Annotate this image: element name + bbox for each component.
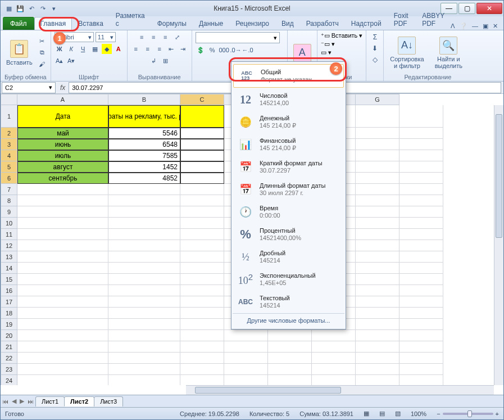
bold-button[interactable]: Ж [55,44,65,54]
cell[interactable] [356,150,399,161]
cell[interactable] [108,308,180,319]
row-header[interactable]: 11 [1,229,17,240]
cell[interactable] [399,296,443,308]
column-header[interactable]: B [108,94,180,105]
wrap-text-icon[interactable]: ↲ [148,56,158,66]
cell[interactable] [312,330,356,341]
cell[interactable] [356,341,399,353]
align-right-icon[interactable]: ≡ [155,44,165,54]
row-header[interactable]: 5 [1,161,17,173]
cell[interactable]: май [17,128,108,139]
doc-close-icon[interactable]: ✕ [493,22,498,30]
cell[interactable]: август [17,161,108,173]
column-header[interactable]: A [17,94,108,105]
row-header[interactable]: 13 [1,251,17,263]
vertical-scrollbar[interactable] [494,105,503,385]
cell[interactable] [180,206,224,218]
row-header[interactable]: 21 [1,341,17,353]
doc-min-icon[interactable]: — [472,22,478,30]
doc-restore-icon[interactable]: ▣ [483,22,488,30]
redo-icon[interactable]: ↷ [38,3,48,13]
column-header[interactable]: C [180,94,224,105]
select-all-corner[interactable] [1,94,17,105]
cell[interactable] [108,195,180,206]
column-header[interactable]: G [356,94,399,105]
delete-cells-button[interactable]: ⁻▭ ▾ [321,40,335,48]
cell[interactable] [268,341,312,353]
row-header[interactable]: 17 [1,296,17,308]
cell[interactable] [108,251,180,263]
cell[interactable] [399,353,443,364]
zoom-slider[interactable]: − + [437,410,499,417]
comma-format-icon[interactable]: 000 [219,45,229,55]
format-option[interactable]: 102Экспоненциальный1,45E+05 [233,268,344,291]
cell[interactable] [356,296,399,308]
cell[interactable] [17,375,108,385]
cell[interactable] [108,184,180,195]
cell[interactable] [108,274,180,285]
cell[interactable] [180,161,224,173]
cell[interactable] [399,285,443,296]
cell[interactable] [399,218,443,229]
cell[interactable] [180,229,224,240]
cell[interactable] [356,240,399,251]
cell[interactable] [108,341,180,353]
align-bottom-icon[interactable]: ≡ [160,32,170,42]
cell[interactable] [356,375,399,385]
cell[interactable] [268,364,312,375]
cell[interactable]: Дата [17,105,108,128]
cell[interactable] [180,274,224,285]
percent-format-icon[interactable]: % [207,45,217,55]
cell[interactable] [356,353,399,364]
view-normal-icon[interactable]: ▦ [364,410,369,417]
qat-more-icon[interactable]: ▾ [49,3,59,13]
row-header[interactable]: 14 [1,263,17,274]
cell[interactable] [356,319,399,330]
row-header[interactable]: 16 [1,285,17,296]
cell[interactable] [399,319,443,330]
row-header[interactable]: 4 [1,150,17,161]
cell[interactable] [356,105,399,128]
underline-button[interactable]: Ч [78,44,88,54]
autosum-icon[interactable]: Σ [370,32,380,42]
row-header[interactable]: 6 [1,173,17,184]
row-header[interactable]: 24 [1,375,17,385]
tab-nav-first[interactable]: ⏮ [1,398,10,405]
row-header[interactable]: 23 [1,364,17,375]
fill-color-button[interactable]: ◆ [102,44,112,54]
cell[interactable] [180,341,224,353]
horizontal-scrollbar[interactable] [186,385,494,395]
cell[interactable] [180,218,224,229]
ribbon-min-icon[interactable]: ᐱ [451,22,455,30]
cell[interactable] [17,218,108,229]
indent-dec-icon[interactable]: ⇤ [166,44,176,54]
cell[interactable] [356,285,399,296]
cell[interactable]: 1452 [108,161,180,173]
fx-icon[interactable]: fx [57,84,69,92]
tab-insert[interactable]: Вставка [72,17,110,30]
cell[interactable] [399,229,443,240]
sheet-tab[interactable]: Лист3 [94,396,123,407]
cell[interactable] [17,206,108,218]
cell[interactable] [399,206,443,218]
find-select-button[interactable]: 🔍 Найти и выделить [429,35,468,70]
cell[interactable] [180,330,224,341]
cell[interactable] [180,139,224,150]
insert-cells-button[interactable]: ⁺▭ Вставить ▾ [321,32,363,39]
cell[interactable] [17,240,108,251]
cell[interactable] [399,330,443,341]
cell[interactable] [17,251,108,263]
cell[interactable]: сентябрь [17,173,108,184]
font-color-button[interactable]: А [113,44,124,54]
orientation-icon[interactable]: ⤢ [172,32,182,42]
cell[interactable] [108,240,180,251]
cell[interactable] [17,274,108,285]
cell[interactable] [17,364,108,375]
tab-file[interactable]: Файл [3,17,34,30]
cell[interactable] [108,330,180,341]
row-header[interactable]: 8 [1,195,17,206]
cell[interactable] [399,251,443,263]
decrease-decimal-icon[interactable]: ←.0 [243,45,253,55]
view-break-icon[interactable]: ▧ [395,410,401,417]
cell[interactable] [399,274,443,285]
